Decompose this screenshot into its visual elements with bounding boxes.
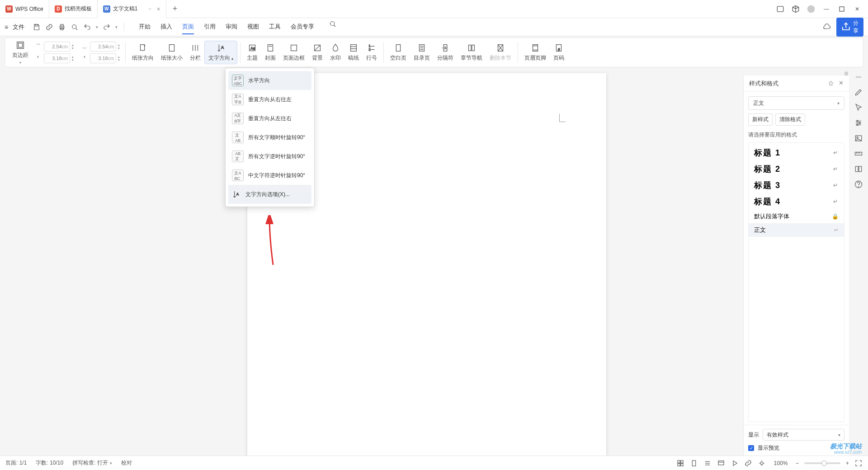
preview-checkbox[interactable]: ✓ [748, 445, 754, 451]
sliders-icon[interactable] [854, 118, 863, 127]
cursor-icon[interactable] [854, 103, 863, 112]
fullscreen-icon[interactable] [854, 459, 863, 467]
tab-start[interactable]: 开始 [139, 20, 151, 34]
help-icon[interactable] [854, 180, 863, 189]
dd-vertical-rtl[interactable]: 文A字B垂直方向从右往左 [228, 90, 311, 109]
tab-docer[interactable]: D 找稻壳模板 [49, 0, 98, 18]
status-words[interactable]: 字数: 10/10 [36, 459, 63, 467]
tab-page[interactable]: 页面 [182, 20, 194, 34]
tab-review[interactable]: 审阅 [226, 20, 237, 34]
style-heading4[interactable]: 标题 4↵ [749, 193, 844, 210]
zoom-in-button[interactable]: + [846, 460, 849, 466]
tab-insert[interactable]: 插入 [160, 20, 172, 34]
book-icon[interactable] [854, 164, 863, 174]
close-icon[interactable]: ✕ [839, 80, 844, 87]
margin-right-input[interactable]: 3.18 [90, 53, 116, 63]
style-heading3[interactable]: 标题 3↵ [749, 177, 844, 193]
tab-wps-home[interactable]: W WPS Office [0, 0, 49, 18]
dd-options[interactable]: A文字方向选项(X)... [228, 185, 311, 204]
chevron-down-icon[interactable]: ▾ [96, 25, 98, 29]
cloud-icon[interactable] [823, 23, 831, 31]
page-border-button[interactable]: 页面边框 [279, 43, 308, 62]
status-proof[interactable]: 校对 [121, 459, 132, 467]
dd-vertical-ltr[interactable]: A文B字垂直方向从左往右 [228, 109, 311, 128]
show-filter-select[interactable]: 有效样式▾ [763, 429, 844, 441]
spinner[interactable]: ▴▾ [72, 43, 76, 50]
tab-tools[interactable]: 工具 [269, 20, 281, 34]
lined-paper-button[interactable]: 稿纸 [344, 43, 363, 62]
dd-chinese-ccw[interactable]: 文ABC中文字符逆时针旋转90° [228, 166, 311, 185]
tab-references[interactable]: 引用 [204, 20, 216, 34]
tab-document[interactable]: W 文字文稿1 ○ × [98, 0, 166, 18]
current-style-select[interactable]: 正文▾ [748, 96, 844, 110]
pin-icon[interactable] [828, 80, 834, 87]
tab-view[interactable]: 视图 [247, 20, 259, 34]
chevron-down-icon[interactable]: ▾ [115, 25, 118, 29]
watermark-button[interactable]: 水印 [326, 43, 344, 62]
text-direction-button[interactable]: A文字方向 ▴ [204, 41, 237, 64]
zoom-slider[interactable] [804, 462, 840, 464]
status-page[interactable]: 页面: 1/1 [5, 459, 27, 467]
margin-left-input[interactable]: 3.18 [44, 53, 70, 63]
more-icon[interactable]: ⋯ [854, 441, 863, 451]
redo-icon[interactable] [103, 23, 111, 31]
search-icon[interactable] [329, 20, 337, 28]
grid-view-icon[interactable] [676, 459, 684, 467]
zoom-value[interactable]: 100% [771, 460, 790, 466]
theme-button[interactable]: Aa主题 [243, 43, 261, 62]
dd-rotate-ccw[interactable]: AB文所有文字逆时针旋转90° [228, 147, 311, 166]
collapse-icon[interactable]: — [854, 72, 863, 81]
pencil-icon[interactable] [854, 88, 863, 97]
toc-button[interactable]: 目录页 [410, 43, 434, 62]
page-view-icon[interactable] [690, 459, 698, 467]
dd-rotate-cw[interactable]: 文AB所有文字顺时针旋转90° [228, 128, 311, 147]
print-icon[interactable] [58, 23, 66, 31]
cube-icon[interactable] [791, 5, 800, 14]
blank-page-button[interactable]: 空白页 [387, 43, 410, 62]
tab-member[interactable]: 会员专享 [291, 20, 314, 34]
play-icon[interactable] [731, 459, 739, 467]
orientation-button[interactable]: 纸张方向 [128, 43, 157, 62]
delete-section-button[interactable]: 删除本节 [486, 43, 515, 62]
status-spellcheck[interactable]: 拼写检查: 打开▾ [72, 459, 112, 467]
style-default-font[interactable]: 默认段落字体🔒 [749, 210, 844, 223]
columns-button[interactable]: 分栏 [186, 43, 204, 62]
user-avatar-icon[interactable] [807, 5, 816, 14]
style-normal[interactable]: 正文↵ [749, 223, 844, 237]
focus-icon[interactable] [758, 459, 766, 467]
save-icon[interactable] [33, 23, 41, 31]
hamburger-icon[interactable]: ≡ [5, 24, 8, 31]
tab-add-button[interactable]: + [166, 4, 184, 14]
chapter-nav-button[interactable]: 章节导航 [457, 43, 486, 62]
margin-bottom-input[interactable]: 2.54 [90, 42, 116, 52]
close-icon[interactable]: × [157, 5, 160, 13]
link-icon[interactable] [45, 23, 53, 31]
header-footer-button[interactable]: 页眉页脚 [521, 43, 550, 62]
spinner[interactable]: ▴▾ [72, 55, 76, 61]
style-heading2[interactable]: 标题 2↵ [749, 161, 844, 177]
line-number-button[interactable]: 12行号 [363, 43, 381, 62]
link-status-icon[interactable] [744, 459, 752, 467]
print-preview-icon[interactable] [71, 23, 79, 31]
page-number-button[interactable]: #页码 [550, 43, 568, 62]
ruler-icon[interactable] [854, 149, 863, 158]
margin-top-input[interactable]: 2.54 [44, 42, 70, 52]
outline-view-icon[interactable] [703, 459, 712, 467]
dd-horizontal[interactable]: 文字ABC水平方向 [228, 71, 311, 90]
separator-button[interactable]: 分隔符 [434, 43, 457, 62]
style-heading1[interactable]: 标题 1↵ [749, 145, 844, 161]
page-margin-button[interactable]: 页边距 ▾ [9, 40, 32, 65]
reading-mode-icon[interactable] [776, 5, 785, 14]
zoom-out-button[interactable]: − [796, 460, 799, 466]
maximize-button[interactable] [837, 5, 846, 14]
paper-size-button[interactable]: 纸张大小 [157, 43, 186, 62]
spinner[interactable]: ▴▾ [118, 43, 123, 50]
minimize-button[interactable]: — [822, 5, 831, 14]
share-button[interactable]: 分享 [836, 18, 863, 37]
spinner[interactable]: ▴▾ [118, 55, 123, 61]
image-icon[interactable] [854, 134, 863, 143]
web-view-icon[interactable] [717, 459, 725, 467]
new-style-button[interactable]: 新样式 [748, 113, 773, 126]
file-menu[interactable]: 文件 [13, 23, 24, 31]
close-button[interactable]: ✕ [853, 5, 862, 14]
